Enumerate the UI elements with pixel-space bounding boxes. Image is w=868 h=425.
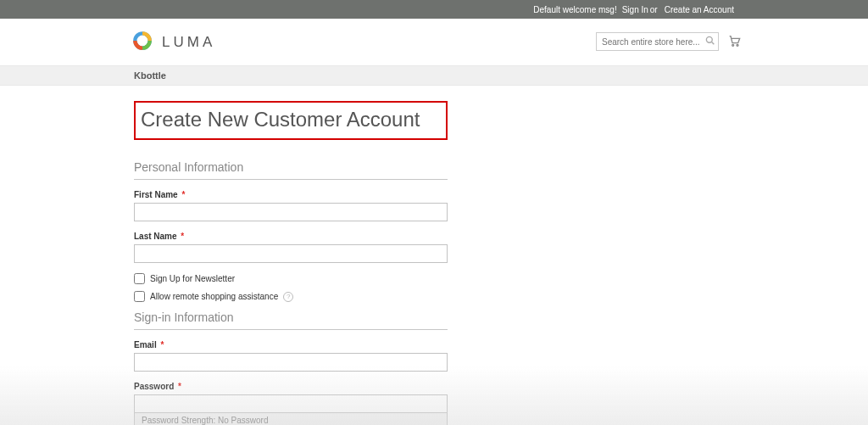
label-password: Password * <box>134 382 448 391</box>
nav-item-kbottle[interactable]: Kbottle <box>134 70 166 81</box>
welcome-msg: Default welcome msg! <box>533 5 616 14</box>
svg-point-3 <box>732 44 734 46</box>
logo-row: LUMA <box>0 19 868 65</box>
help-icon[interactable]: ? <box>283 292 293 302</box>
cart-icon[interactable] <box>727 34 741 50</box>
brand[interactable]: LUMA <box>131 30 215 54</box>
email-input[interactable] <box>134 353 448 372</box>
label-last-name: Last Name * <box>134 232 448 241</box>
field-email: Email * <box>134 340 448 372</box>
content: Create New Customer Account Personal Inf… <box>0 86 576 425</box>
label-first-name: First Name * <box>134 190 448 199</box>
create-account-link[interactable]: Create an Account <box>665 5 734 14</box>
search-wrap <box>596 32 719 51</box>
header-right <box>596 32 741 51</box>
field-last-name: Last Name * <box>134 232 448 263</box>
password-strength: Password Strength: No Password <box>134 412 448 425</box>
nav-strip: Kbottle <box>0 65 868 86</box>
label-email: Email * <box>134 340 448 350</box>
remote-assist-label: Allow remote shopping assistance <box>150 292 278 301</box>
remote-assist-row: Allow remote shopping assistance ? <box>134 291 576 302</box>
sign-in-link[interactable]: Sign In <box>622 5 648 14</box>
remote-assist-checkbox[interactable] <box>134 291 145 302</box>
first-name-input[interactable] <box>134 203 448 221</box>
newsletter-label: Sign Up for Newsletter <box>150 274 235 283</box>
top-header: Default welcome msg! Sign In or Create a… <box>0 0 868 19</box>
svg-point-4 <box>737 44 738 46</box>
section-personal: Personal Information <box>134 160 448 180</box>
field-first-name: First Name * <box>134 190 448 221</box>
section-signin: Sign-in Information <box>134 310 448 330</box>
newsletter-row: Sign Up for Newsletter <box>134 273 576 284</box>
svg-line-2 <box>712 42 715 45</box>
page-title: Create New Customer Account <box>134 101 448 140</box>
field-password: Password * <box>134 382 448 413</box>
newsletter-checkbox[interactable] <box>134 273 145 284</box>
last-name-input[interactable] <box>134 244 448 263</box>
logo-icon <box>131 30 153 54</box>
search-input[interactable] <box>596 32 719 51</box>
search-icon[interactable] <box>705 36 715 47</box>
or-sep: or <box>650 5 658 14</box>
svg-point-1 <box>706 36 712 42</box>
password-input[interactable] <box>134 394 448 413</box>
brand-name: LUMA <box>162 34 215 51</box>
